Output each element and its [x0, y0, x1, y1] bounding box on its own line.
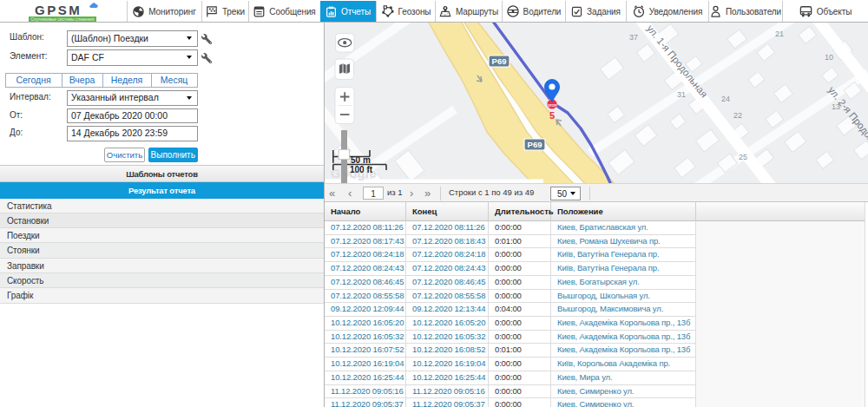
svg-text:50 m: 50 m	[351, 155, 371, 165]
svg-text:10: 10	[825, 53, 833, 62]
svg-text:STOP: STOP	[548, 104, 556, 108]
svg-text:21: 21	[775, 30, 784, 38]
svg-text:5: 5	[549, 110, 555, 121]
svg-text:22: 22	[733, 111, 742, 120]
svg-text:Спутниковые системы слежения: Спутниковые системы слежения	[31, 16, 95, 21]
svg-text:13: 13	[832, 102, 840, 111]
svg-text:100 ft: 100 ft	[350, 165, 373, 174]
svg-text:24: 24	[721, 95, 730, 103]
svg-text:25: 25	[739, 153, 747, 161]
svg-text:31: 31	[677, 90, 686, 99]
svg-text:P69: P69	[492, 56, 507, 66]
svg-text:P69: P69	[528, 140, 542, 149]
svg-text:37: 37	[629, 33, 638, 42]
